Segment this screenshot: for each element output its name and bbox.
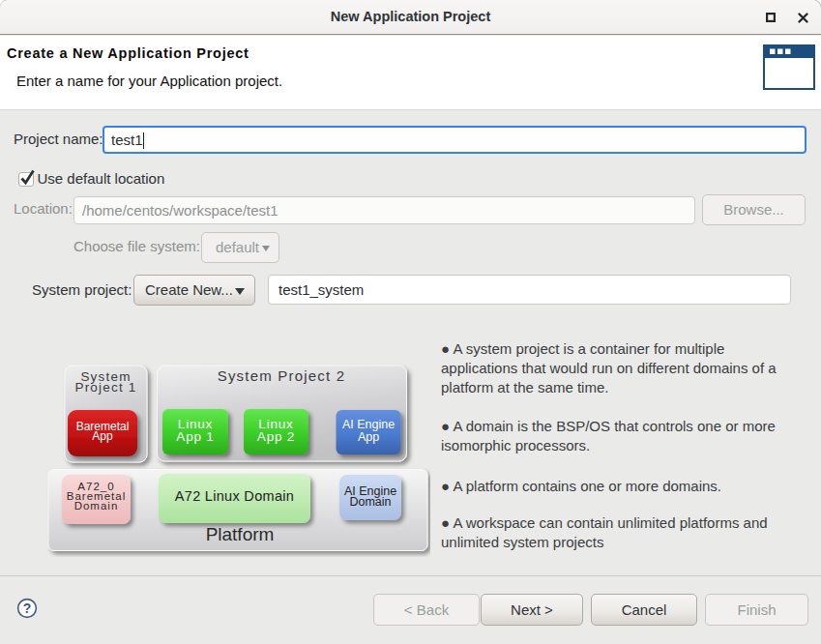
svg-text:App: App <box>92 429 113 443</box>
svg-text:AI Engine: AI Engine <box>342 418 395 431</box>
svg-text:Domain: Domain <box>349 495 391 509</box>
svg-text:App 1: App 1 <box>176 429 214 444</box>
svg-text:App: App <box>358 430 379 444</box>
svg-text:?: ? <box>23 600 32 616</box>
svg-text:System Project 2: System Project 2 <box>218 367 346 384</box>
svg-text:Platform: Platform <box>206 524 275 544</box>
svg-text:App 2: App 2 <box>257 429 295 444</box>
svg-text:Domain: Domain <box>74 500 119 512</box>
svg-text:A72 Linux Domain: A72 Linux Domain <box>175 488 294 504</box>
svg-text:Project 1: Project 1 <box>74 380 136 395</box>
